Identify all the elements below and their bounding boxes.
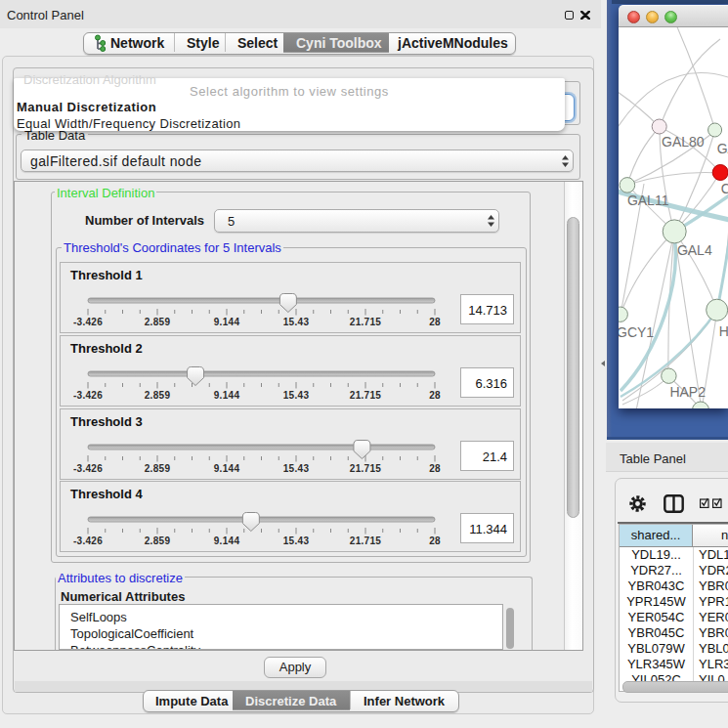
svg-text:GAL4: GAL4 [677, 242, 712, 258]
svg-text:GAL80: GAL80 [662, 134, 705, 150]
svg-text:C: C [721, 181, 728, 196]
svg-text:GAL11: GAL11 [627, 193, 669, 208]
svg-text:GA: GA [717, 141, 728, 156]
svg-text:H: H [719, 323, 728, 339]
svg-text:GCY1: GCY1 [619, 324, 654, 340]
svg-text:HAP2: HAP2 [669, 384, 706, 400]
